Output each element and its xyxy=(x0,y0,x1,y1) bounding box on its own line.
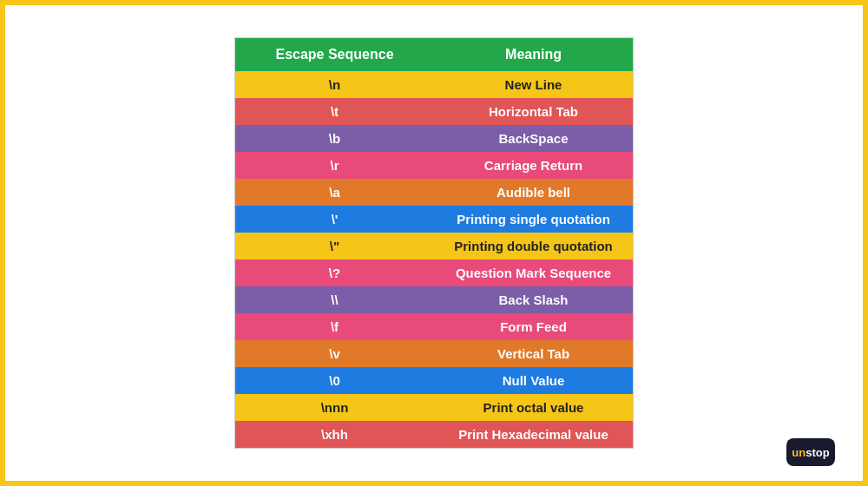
escape-sequence-cell: \xhh xyxy=(235,421,434,448)
header-sequence: Escape Sequence xyxy=(235,38,434,71)
escape-sequence-cell: \a xyxy=(235,179,434,206)
meaning-cell: Audible bell xyxy=(434,179,633,206)
table-row: \bBackSpace xyxy=(235,125,633,152)
escape-sequence-cell: \0 xyxy=(235,367,434,394)
table-header: Escape Sequence Meaning xyxy=(235,38,633,71)
escape-sequence-cell: \v xyxy=(235,340,434,367)
table-row: \\Back Slash xyxy=(235,286,633,313)
escape-sequence-cell: \r xyxy=(235,152,434,179)
meaning-cell: Vertical Tab xyxy=(434,340,633,367)
meaning-cell: Printing single quotation xyxy=(434,206,633,233)
logo-un: un xyxy=(792,446,806,459)
meaning-cell: Back Slash xyxy=(434,286,633,313)
logo-stop: stop xyxy=(806,446,829,459)
escape-sequence-cell: \\ xyxy=(235,286,434,313)
table-row: \'Printing single quotation xyxy=(235,206,633,233)
meaning-cell: Print Hexadecimal value xyxy=(434,421,633,448)
escape-sequence-cell: \n xyxy=(235,71,434,98)
header-meaning: Meaning xyxy=(434,38,633,71)
table-row: \nnnPrint octal value xyxy=(235,394,633,421)
meaning-cell: Question Mark Sequence xyxy=(434,259,633,286)
escape-table: Escape Sequence Meaning \nNew Line\tHori… xyxy=(234,37,634,449)
meaning-cell: Horizontal Tab xyxy=(434,98,633,125)
meaning-cell: New Line xyxy=(434,71,633,98)
table-row: \0Null Value xyxy=(235,367,633,394)
escape-sequence-cell: \b xyxy=(235,125,434,152)
meaning-cell: Null Value xyxy=(434,367,633,394)
escape-sequence-cell: \? xyxy=(235,259,434,286)
table-row: \rCarriage Return xyxy=(235,152,633,179)
meaning-cell: BackSpace xyxy=(434,125,633,152)
unstop-logo: unstop xyxy=(786,438,835,466)
escape-sequence-cell: \" xyxy=(235,233,434,259)
meaning-cell: Form Feed xyxy=(434,313,633,340)
meaning-cell: Print octal value xyxy=(434,394,633,421)
table-row: \aAudible bell xyxy=(235,179,633,206)
escape-sequence-cell: \f xyxy=(235,313,434,340)
escape-sequence-cell: \nnn xyxy=(235,394,434,421)
escape-sequence-cell: \t xyxy=(235,98,434,125)
main-container: Escape Sequence Meaning \nNew Line\tHori… xyxy=(26,13,842,473)
table-row: \tHorizontal Tab xyxy=(235,98,633,125)
escape-sequence-cell: \' xyxy=(235,206,434,233)
meaning-cell: Carriage Return xyxy=(434,152,633,179)
table-row: \"Printing double quotation xyxy=(235,233,633,259)
table-row: \nNew Line xyxy=(235,71,633,98)
table-row: \vVertical Tab xyxy=(235,340,633,367)
meaning-cell: Printing double quotation xyxy=(434,233,633,259)
table-row: \?Question Mark Sequence xyxy=(235,259,633,286)
table-row: \fForm Feed xyxy=(235,313,633,340)
table-row: \xhhPrint Hexadecimal value xyxy=(235,421,633,448)
